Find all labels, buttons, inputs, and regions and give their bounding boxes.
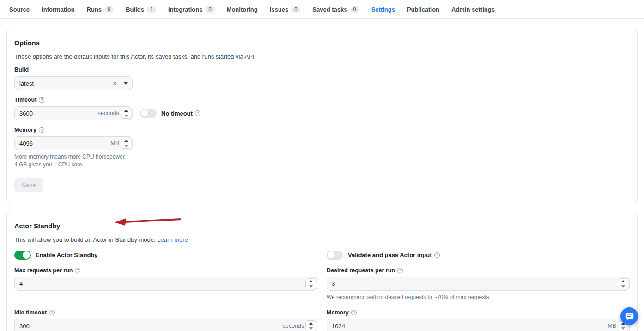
memory-label: Memory ? — [14, 127, 630, 133]
chat-icon — [625, 312, 634, 321]
validate-actor-input-toggle[interactable] — [327, 251, 343, 260]
memory-input[interactable] — [19, 140, 110, 147]
arrow-up-icon — [309, 280, 313, 282]
standby-memory-input[interactable] — [332, 323, 608, 330]
arrow-up-icon — [621, 280, 625, 282]
stepper-down-button[interactable] — [618, 284, 628, 289]
tab-label: Issues — [270, 6, 288, 13]
idle-timeout-label: Idle timeout ? — [14, 309, 317, 316]
tab-runs[interactable]: Runs0 — [87, 0, 114, 18]
save-button[interactable]: Save — [14, 178, 43, 192]
info-icon[interactable]: ? — [49, 310, 55, 315]
timeout-stepper — [121, 108, 131, 119]
max-requests-label: Max requests per run ? — [14, 267, 317, 274]
tab-label: Source — [9, 6, 30, 13]
tab-label: Builds — [126, 6, 144, 13]
idle-timeout-unit: seconds — [282, 323, 304, 329]
idle-timeout-stepper — [305, 320, 316, 331]
stepper-up-button[interactable] — [306, 321, 316, 326]
tab-issues[interactable]: Issues0 — [270, 0, 301, 18]
info-icon[interactable]: ? — [397, 268, 403, 273]
timeout-input[interactable] — [19, 110, 97, 117]
chevron-down-icon[interactable] — [124, 82, 128, 85]
arrow-down-icon — [621, 327, 625, 330]
tab-label: Integrations — [168, 6, 202, 13]
stepper-down-button[interactable] — [121, 113, 131, 118]
desired-requests-input-wrap — [327, 277, 630, 291]
arrow-down-icon — [621, 285, 625, 288]
tab-label: Saved tasks — [312, 6, 347, 13]
learn-more-link[interactable]: Learn more — [157, 236, 188, 243]
arrow-up-icon — [124, 140, 128, 142]
build-select-value: latest — [19, 80, 34, 87]
idle-timeout-input[interactable] — [19, 323, 282, 330]
tab-information[interactable]: Information — [42, 0, 75, 18]
tab-source[interactable]: Source — [9, 0, 30, 18]
max-requests-input-wrap — [14, 277, 317, 291]
memory-input-wrap: MB — [14, 136, 133, 150]
stepper-down-button[interactable] — [306, 326, 316, 331]
builds-count-badge: 1 — [147, 6, 156, 13]
stepper-down-button[interactable] — [121, 143, 131, 148]
info-icon[interactable]: ? — [39, 127, 44, 133]
no-timeout-toggle[interactable] — [140, 109, 157, 118]
timeout-input-wrap: seconds — [14, 106, 133, 120]
stepper-down-button[interactable] — [618, 326, 628, 331]
memory-unit: MB — [110, 140, 119, 147]
arrow-down-icon — [124, 145, 128, 147]
stepper-down-button[interactable] — [306, 284, 316, 289]
stepper-up-button[interactable] — [618, 279, 628, 284]
clear-icon[interactable]: × — [112, 80, 117, 87]
standby-memory-input-wrap: MB — [327, 319, 630, 331]
options-card: Options These options are the default in… — [6, 29, 638, 202]
stepper-up-button[interactable] — [121, 108, 131, 113]
stepper-up-button[interactable] — [121, 138, 131, 143]
issues-count-badge: 0 — [291, 6, 300, 13]
actor-tab-nav: Source Information Runs0 Builds1 Integra… — [0, 0, 644, 19]
max-requests-input[interactable] — [19, 280, 304, 287]
options-card-title: Options — [14, 39, 630, 47]
tab-label: Monitoring — [227, 6, 258, 13]
enable-standby-toggle-row: Enable Actor Standby — [14, 251, 317, 260]
desired-requests-input[interactable] — [332, 280, 616, 287]
enable-actor-standby-label: Enable Actor Standby — [36, 251, 98, 258]
desired-requests-label: Desired requests per run ? — [327, 267, 630, 274]
build-select[interactable]: latest × — [14, 76, 133, 90]
memory-stepper — [121, 138, 131, 149]
standby-memory-label: Memory ? — [327, 309, 630, 316]
validate-actor-input-label: Validate and pass Actor input ? — [348, 251, 440, 258]
arrow-down-icon — [124, 115, 128, 117]
info-icon[interactable]: ? — [434, 252, 440, 258]
tab-settings[interactable]: Settings — [371, 0, 395, 18]
info-icon[interactable]: ? — [351, 310, 357, 315]
timeout-unit: seconds — [97, 110, 119, 116]
build-label: Build — [14, 67, 630, 73]
toggle-knob — [23, 251, 30, 259]
info-icon[interactable]: ? — [39, 97, 44, 103]
toggle-knob — [328, 251, 335, 259]
tab-saved-tasks[interactable]: Saved tasks0 — [312, 0, 359, 18]
info-icon[interactable]: ? — [75, 268, 80, 273]
saved-tasks-count-badge: 0 — [350, 6, 359, 13]
info-icon[interactable]: ? — [195, 110, 200, 116]
validate-input-toggle-row: Validate and pass Actor input ? — [327, 251, 630, 260]
chat-launcher-button[interactable] — [620, 307, 638, 325]
tab-monitoring[interactable]: Monitoring — [227, 0, 258, 18]
runs-count-badge: 0 — [104, 6, 114, 13]
idle-timeout-field: Idle timeout ? seconds — [14, 303, 317, 331]
tab-label: Runs — [87, 6, 102, 13]
tab-publication[interactable]: Publication — [407, 0, 439, 18]
tab-builds[interactable]: Builds1 — [126, 0, 156, 18]
arrow-up-icon — [309, 322, 313, 325]
tab-admin-settings[interactable]: Admin settings — [451, 0, 495, 18]
enable-actor-standby-toggle[interactable] — [14, 251, 31, 260]
max-requests-field: Max requests per run ? — [14, 261, 317, 301]
desired-requests-stepper — [618, 278, 628, 289]
arrow-down-icon — [309, 285, 313, 288]
stepper-up-button[interactable] — [306, 279, 316, 284]
tab-label: Settings — [371, 6, 395, 13]
standby-card-title: Actor Standby — [14, 222, 630, 230]
actor-standby-card: Actor Standby This will allow you to bui… — [6, 212, 638, 331]
tab-label: Admin settings — [451, 6, 495, 13]
tab-integrations[interactable]: Integrations0 — [168, 0, 215, 18]
